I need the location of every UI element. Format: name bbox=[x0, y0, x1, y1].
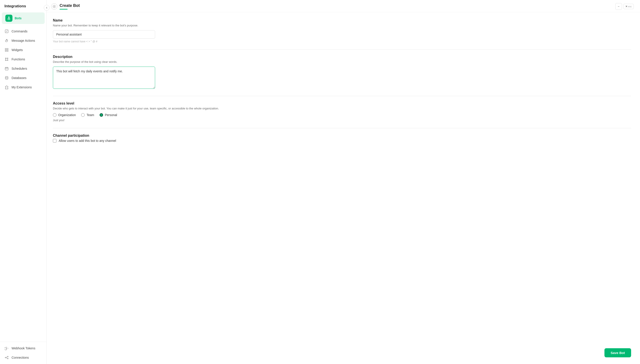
esc-label: esc bbox=[628, 5, 632, 8]
name-hint: Your bot name cannot have < > " @ # bbox=[53, 40, 631, 43]
close-icon: ✕ bbox=[625, 5, 627, 8]
webhook-icon bbox=[5, 346, 9, 350]
radio-personal-input[interactable] bbox=[100, 113, 103, 117]
main-content: Create Bot − ✕ esc Name Name your bot. R… bbox=[47, 0, 640, 364]
sidebar-item-functions[interactable]: Functions bbox=[0, 54, 47, 64]
message-actions-label: Message Actions bbox=[12, 39, 35, 42]
access-section: Access level Decide who gets to interact… bbox=[53, 102, 631, 122]
svg-line-5 bbox=[6, 31, 7, 32]
grid-icon bbox=[5, 48, 9, 52]
name-description: Name your bot. Remember to keep it relev… bbox=[53, 24, 631, 27]
description-input[interactable]: This bot will fetch my daily events and … bbox=[53, 66, 155, 89]
radio-personal-label: Personal bbox=[105, 113, 117, 117]
svg-rect-7 bbox=[7, 48, 8, 50]
svg-rect-9 bbox=[7, 50, 8, 52]
svg-point-16 bbox=[5, 76, 8, 78]
channel-checkbox-item[interactable]: Allow users to add this bot to any chann… bbox=[53, 139, 631, 142]
svg-rect-6 bbox=[5, 48, 6, 50]
close-button[interactable]: ✕ esc bbox=[623, 4, 634, 9]
sidebar-item-connections[interactable]: Connections bbox=[0, 353, 47, 362]
hand-icon bbox=[5, 38, 9, 43]
description-label: Description bbox=[53, 55, 631, 59]
description-desc: Describe the purpose of the bot using cl… bbox=[53, 60, 631, 64]
sidebar-item-schedulers[interactable]: Schedulers bbox=[0, 64, 47, 73]
page-header: Create Bot − ✕ esc bbox=[47, 0, 640, 12]
channel-label: Channel participation bbox=[53, 134, 631, 138]
minimize-button[interactable]: − bbox=[615, 3, 622, 10]
database-icon bbox=[5, 76, 9, 80]
channel-checkbox-label: Allow users to add this bot to any chann… bbox=[59, 139, 116, 142]
radio-personal[interactable]: Personal bbox=[100, 113, 117, 117]
my-extensions-label: My Extensions bbox=[12, 86, 32, 89]
sidebar-item-widgets[interactable]: Widgets bbox=[0, 45, 47, 54]
widgets-label: Widgets bbox=[12, 48, 23, 52]
svg-point-15 bbox=[7, 69, 7, 70]
channel-checkbox[interactable] bbox=[53, 139, 57, 142]
sidebar-bottom: Webhook Tokens Connections bbox=[0, 342, 47, 364]
sidebar-collapse-button[interactable] bbox=[44, 5, 50, 11]
name-input[interactable] bbox=[53, 30, 155, 38]
access-description: Decide who gets to interact with your bo… bbox=[53, 107, 631, 110]
header-left: Create Bot bbox=[51, 3, 80, 10]
save-button-container: Save Bot bbox=[604, 348, 631, 357]
svg-point-2 bbox=[8, 19, 9, 19]
description-section: Description Describe the purpose of the … bbox=[53, 55, 631, 90]
name-label: Name bbox=[53, 18, 631, 22]
save-bot-button[interactable]: Save Bot bbox=[604, 348, 631, 357]
radio-organization-label: Organization bbox=[58, 113, 76, 117]
sidebar-item-commands[interactable]: Commands bbox=[0, 27, 47, 36]
bots-label: Bots bbox=[15, 16, 22, 20]
radio-organization-input[interactable] bbox=[53, 113, 57, 117]
channel-section: Channel participation Allow users to add… bbox=[53, 134, 631, 142]
sidebar-item-bots[interactable]: Bots bbox=[2, 12, 45, 24]
svg-rect-1 bbox=[8, 18, 10, 20]
connections-label: Connections bbox=[12, 356, 29, 359]
title-underline bbox=[60, 9, 68, 10]
radio-team[interactable]: Team bbox=[81, 113, 94, 117]
minimize-icon: − bbox=[618, 5, 619, 8]
svg-point-3 bbox=[9, 19, 10, 19]
svg-point-20 bbox=[53, 5, 56, 8]
access-label: Access level bbox=[53, 102, 631, 106]
scheduler-icon bbox=[5, 66, 9, 71]
schedulers-label: Schedulers bbox=[12, 67, 27, 70]
sidebar-item-my-extensions[interactable]: My Extensions bbox=[0, 82, 47, 92]
sidebar-nav: Commands Message Actions Widgets bbox=[0, 25, 47, 342]
bots-icon bbox=[5, 15, 13, 22]
slash-icon bbox=[5, 29, 9, 34]
databases-label: Databases bbox=[12, 76, 27, 80]
header-title-container: Create Bot bbox=[60, 3, 80, 10]
sidebar-item-webhook-tokens[interactable]: Webhook Tokens bbox=[0, 344, 47, 353]
radio-organization[interactable]: Organization bbox=[53, 113, 76, 117]
radio-team-input[interactable] bbox=[81, 113, 85, 117]
radio-team-label: Team bbox=[86, 113, 94, 117]
connections-icon bbox=[5, 355, 9, 360]
svg-rect-14 bbox=[5, 68, 8, 70]
webhook-tokens-label: Webhook Tokens bbox=[12, 346, 35, 350]
form-content: Name Name your bot. Remember to keep it … bbox=[47, 12, 640, 364]
commands-label: Commands bbox=[12, 30, 28, 33]
sidebar-item-databases[interactable]: Databases bbox=[0, 73, 47, 82]
access-radio-group: Organization Team Personal bbox=[53, 113, 631, 117]
functions-label: Functions bbox=[12, 58, 25, 61]
name-section: Name Name your bot. Remember to keep it … bbox=[53, 18, 631, 43]
svg-point-18 bbox=[7, 356, 8, 357]
back-button[interactable] bbox=[51, 3, 57, 10]
sidebar: Integrations Bots Co bbox=[0, 0, 47, 364]
app-title: Integrations bbox=[0, 0, 47, 12]
svg-point-0 bbox=[9, 17, 10, 18]
sidebar-item-message-actions[interactable]: Message Actions bbox=[0, 36, 47, 45]
functions-icon bbox=[5, 57, 9, 62]
divider-3 bbox=[53, 128, 631, 128]
page-title: Create Bot bbox=[60, 3, 80, 8]
divider-1 bbox=[53, 49, 631, 50]
extension-icon bbox=[5, 85, 9, 90]
svg-rect-8 bbox=[5, 50, 6, 52]
header-actions: − ✕ esc bbox=[615, 3, 634, 10]
personal-hint: Just you! bbox=[53, 118, 631, 122]
svg-point-19 bbox=[7, 358, 8, 359]
